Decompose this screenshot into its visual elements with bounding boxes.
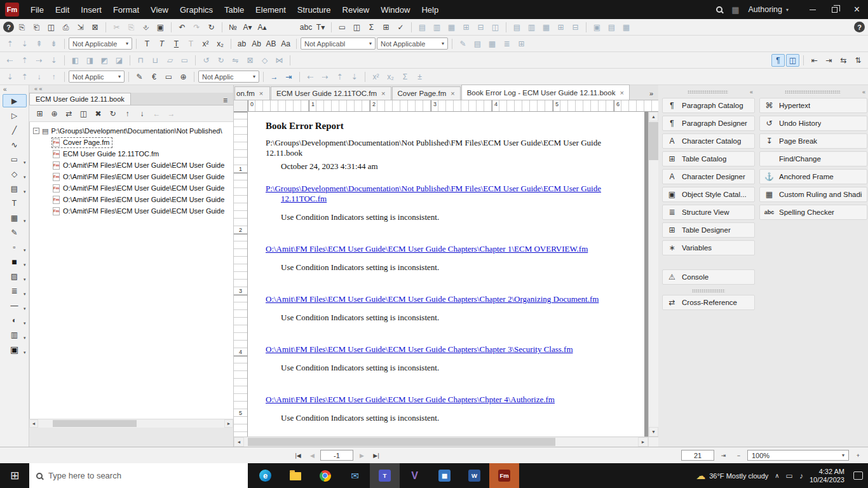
error-file-link[interactable]: O:\Amit\FM Files\ECM User Guide\ECM User…: [266, 244, 630, 254]
panel-character-designer[interactable]: A Character Designer: [662, 169, 755, 184]
condition-tag-dropdown[interactable]: Not Applic ▾: [198, 71, 259, 83]
scroll-right-icon[interactable]: ►: [224, 419, 233, 428]
rotate-cw-icon[interactable]: ↻: [214, 54, 227, 67]
paragraph-style-dropdown[interactable]: Not Applicabl ▾: [301, 37, 376, 50]
distribute-v-icon[interactable]: ⊔: [149, 54, 162, 67]
text-line-tool[interactable]: T: [3, 196, 27, 210]
join-icon[interactable]: ⋈: [273, 54, 286, 67]
left-arrow-icon[interactable]: ⇠: [3, 54, 17, 67]
update-book-icon[interactable]: ↻: [106, 107, 119, 120]
taskbar-teams-icon[interactable]: T: [370, 463, 400, 488]
shift-left-icon[interactable]: ⇠: [304, 71, 317, 83]
table-border-icon[interactable]: ▦: [539, 21, 553, 34]
superscript-icon[interactable]: x²: [369, 71, 383, 83]
cut-icon[interactable]: ✂: [110, 21, 123, 34]
menu-item[interactable]: Element: [250, 0, 292, 19]
table-row-above-icon[interactable]: ▤: [416, 21, 429, 34]
menu-item[interactable]: Help: [416, 0, 444, 19]
tab-close-icon[interactable]: ×: [381, 90, 385, 97]
separator[interactable]: [171, 22, 172, 32]
move-up-icon[interactable]: ↑: [47, 71, 60, 83]
workspace-switcher[interactable]: Authoring ▾: [748, 5, 789, 14]
delete-file-icon[interactable]: ✖: [92, 107, 105, 120]
panel-variables[interactable]: ∗ Variables: [662, 240, 755, 255]
spelling-icon[interactable]: abc: [299, 21, 313, 34]
clipboard-icon[interactable]: ▣: [154, 21, 167, 34]
polyline-tool[interactable]: ∿: [3, 138, 27, 151]
separator[interactable]: [136, 39, 137, 49]
panel-character-catalog[interactable]: A Character Catalog: [662, 133, 755, 149]
table-format-icon[interactable]: ◫: [489, 21, 502, 34]
anchored-frame-icon[interactable]: ◫: [350, 21, 363, 34]
save-book-icon[interactable]: ◫: [77, 107, 90, 120]
freehand-tool[interactable]: ✎: [3, 226, 27, 239]
object-align-icon[interactable]: ▣: [590, 21, 604, 34]
book-file-row[interactable]: Fm ECM User Guide 12.11TOC.fm: [33, 148, 233, 159]
down-arrow-icon[interactable]: ⇣: [3, 71, 17, 83]
right-arrow-icon[interactable]: ⇢: [32, 54, 46, 67]
currency-icon[interactable]: €: [147, 71, 161, 83]
error-file-link[interactable]: O:\Amit\FM Files\ECM User Guide\ECM User…: [266, 344, 630, 355]
tab-overflow-icon[interactable]: »: [644, 90, 658, 100]
panel-grip[interactable]: [662, 287, 755, 294]
down-arrow-icon[interactable]: ⇣: [47, 54, 60, 67]
subscript-icon[interactable]: x₂: [384, 71, 397, 83]
checklist-icon[interactable]: ✓: [394, 21, 407, 34]
scroll-up-icon[interactable]: ▲: [649, 112, 658, 121]
pencil-icon[interactable]: ✎: [456, 37, 470, 50]
tab-close-icon[interactable]: ×: [259, 90, 263, 97]
plus-minus-icon[interactable]: ±: [413, 71, 426, 83]
line-tool[interactable]: ╱: [3, 123, 27, 137]
align-right-icon[interactable]: ◨: [83, 54, 97, 67]
zoom-out-button[interactable]: −: [732, 450, 745, 461]
move-down-icon[interactable]: ↓: [32, 71, 46, 83]
move-right-icon[interactable]: →: [165, 107, 178, 120]
separator[interactable]: [803, 55, 804, 65]
reorder-icon[interactable]: ⇅: [851, 54, 865, 67]
repeat-icon[interactable]: ↻: [205, 21, 218, 34]
skew-icon[interactable]: ▱: [163, 54, 177, 67]
borders-icon[interactable]: ◫: [786, 54, 799, 67]
overprint-swatch[interactable]: ▣ ▾: [3, 342, 27, 356]
search-icon[interactable]: [716, 6, 722, 13]
scroll-thumb[interactable]: [53, 420, 137, 427]
align-bottom-icon[interactable]: ◪: [112, 54, 126, 67]
separator[interactable]: [365, 72, 365, 82]
zoom-search-icon[interactable]: [285, 21, 298, 34]
exclude-icon[interactable]: ⇄: [62, 107, 76, 120]
book-panel-tab[interactable]: ECM User Guide 12.11.book: [29, 93, 131, 105]
object-grid-icon[interactable]: ▦: [620, 21, 633, 34]
frame-icon[interactable]: ▦: [485, 37, 499, 50]
separator[interactable]: [411, 22, 412, 32]
object-group-icon[interactable]: ▤: [605, 21, 618, 34]
network-icon[interactable]: ▭: [786, 471, 793, 480]
add-child-icon[interactable]: ⊕: [48, 107, 61, 120]
panel-table-catalog[interactable]: ⊞ Table Catalog: [662, 151, 755, 166]
lock-icon[interactable]: ⊠: [88, 21, 102, 34]
menu-item[interactable]: Insert: [75, 0, 107, 19]
separator[interactable]: [64, 55, 65, 65]
book-file-row[interactable]: Fm Cover Page.fm: [33, 137, 233, 148]
add-file-icon[interactable]: ⊞: [33, 107, 46, 120]
go-end-icon[interactable]: ⇥: [282, 71, 295, 83]
book-file-row[interactable]: Fm O:\Amit\FM Files\ECM User Guide\ECM U…: [33, 182, 233, 194]
panel-find-change[interactable]: Find/Change: [759, 151, 867, 166]
lowercase-icon[interactable]: ab: [235, 37, 248, 50]
uppercase-icon[interactable]: AB: [264, 37, 278, 50]
snap-left-icon[interactable]: ⇤: [808, 54, 821, 67]
graphic-frame-tool[interactable]: ▦ ▾: [3, 211, 27, 224]
previous-page-icon[interactable]: ◀: [306, 450, 318, 461]
scroll-right-icon[interactable]: ►: [638, 437, 648, 447]
align-left-icon[interactable]: ◧: [69, 54, 82, 67]
capitalize-icon[interactable]: Ab: [250, 37, 263, 50]
tree-root-row[interactable]: − ▤ P:\Groups\Development\Documentation\…: [33, 125, 233, 137]
separator[interactable]: [64, 72, 65, 82]
document-tab[interactable]: Cover Page.fm ×: [392, 86, 461, 100]
smallcaps-icon[interactable]: Aa: [279, 37, 292, 50]
text-symbols-icon[interactable]: ¶: [771, 54, 785, 67]
scroll-thumb[interactable]: [248, 438, 555, 446]
next-page-icon[interactable]: ▶: [355, 450, 368, 461]
import-icon[interactable]: ⇲: [74, 21, 87, 34]
tab-close-icon[interactable]: ×: [451, 90, 454, 97]
move-up-icon[interactable]: ↑: [121, 107, 134, 120]
